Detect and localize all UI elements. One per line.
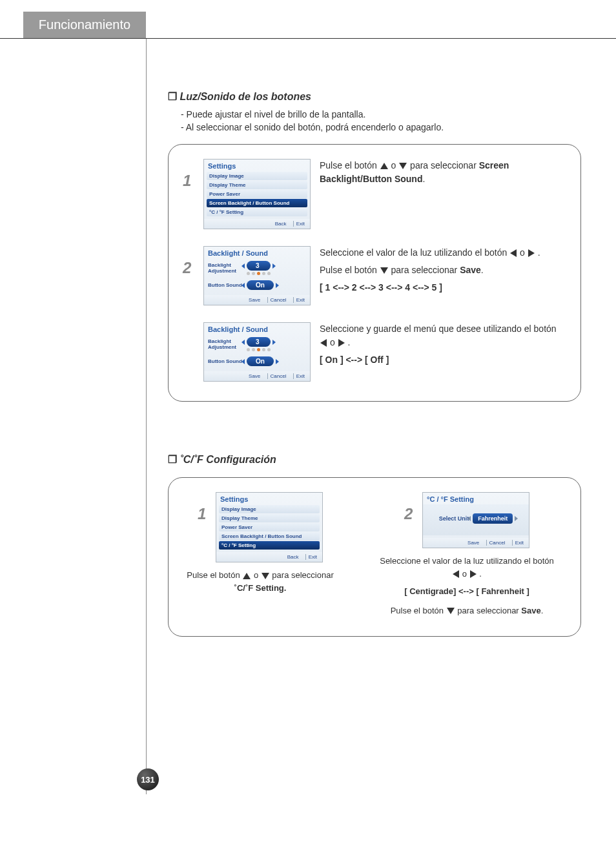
button-sound-row: Button Sound On <box>204 354 310 369</box>
triangle-down-icon <box>447 608 455 614</box>
screenshot-cf-setting: °C / °F Setting Select Unit Fahrenheit S… <box>422 492 529 548</box>
vertical-divider <box>146 39 147 794</box>
value-pill: Fahrenheit <box>473 513 513 524</box>
label: Backlight Adjustment <box>208 262 243 274</box>
step-3: Backlight / Sound Backlight Adjustment 3… <box>183 322 566 382</box>
menu-item: Power Saver <box>207 190 307 198</box>
value-pill: On <box>247 280 274 290</box>
text: . <box>347 337 350 347</box>
section-title-backlight: Luz/Sonido de los botones <box>168 90 581 103</box>
label: Backlight Adjustment <box>208 338 243 350</box>
text: o <box>391 160 399 170</box>
menu-item: °C / °F Setting <box>207 208 307 216</box>
section-title-cf: ˚C/˚F Configuración <box>168 453 581 466</box>
screenshot-backlight-2: Backlight / Sound Backlight Adjustment 3… <box>203 322 311 382</box>
text: para seleccionar <box>410 160 479 170</box>
screen-title: Backlight / Sound <box>204 323 310 335</box>
step-number: 2 <box>183 259 194 277</box>
cf-step-1: 1 Settings Display Image Display Theme P… <box>183 492 338 594</box>
screen-title: °C / °F Setting <box>423 493 529 504</box>
step-number: 1 <box>183 172 194 190</box>
triangle-up-icon <box>243 573 251 579</box>
select-unit-row: Select Unit Fahrenheit <box>423 504 529 535</box>
section-cf: ˚C/˚F Configuración 1 Settings Display I… <box>168 453 581 637</box>
footer-exit: Exit <box>305 554 317 560</box>
dots-indicator <box>247 348 271 351</box>
panel-cf: 1 Settings Display Image Display Theme P… <box>168 477 581 637</box>
text: Pulse el botón <box>320 160 380 170</box>
panel-backlight: 1 Settings Display Image Display Theme P… <box>168 144 581 402</box>
text: . <box>538 247 540 258</box>
screenshot-settings-1: Settings Display Image Display Theme Pow… <box>203 159 311 229</box>
triangle-down-icon <box>262 573 269 579</box>
text: o <box>520 247 528 258</box>
menu-item: Screen Backlight / Button Sound <box>219 532 320 540</box>
triangle-left-icon <box>320 339 327 347</box>
menu-item-selected: Screen Backlight / Button Sound <box>207 199 307 207</box>
screen-footer: Back Exit <box>204 219 310 229</box>
screen-title: Backlight / Sound <box>204 247 310 258</box>
text: para seleccionar <box>272 570 333 580</box>
text: Pulse el botón <box>320 265 380 275</box>
button-sound-row: Button Sound On <box>204 278 310 293</box>
text: Seleccione y guarde el menú que desee ut… <box>320 324 557 334</box>
header-tab: Funcionamiento <box>23 12 146 38</box>
text: Pulse el botón <box>187 570 242 580</box>
backlight-row: Backlight Adjustment 3 <box>204 258 310 278</box>
step-text: Seleccione y guarde el menú que desee ut… <box>320 322 566 371</box>
horizontal-steps: 1 Settings Display Image Display Theme P… <box>183 492 566 617</box>
label: Select Unit <box>439 515 469 522</box>
dots-indicator <box>247 272 271 275</box>
footer-save: Save <box>249 373 260 379</box>
footer-exit: Exit <box>293 221 305 227</box>
triangle-down-icon <box>380 267 388 274</box>
sequence-text: [ 1 <--> 2 <--> 3 <--> 4 <--> 5 ] <box>320 281 566 294</box>
screen-title: Settings <box>216 493 322 504</box>
text-bold: Save <box>460 265 481 275</box>
step-2: 2 Backlight / Sound Backlight Adjustment… <box>183 246 566 305</box>
text: . <box>541 606 544 615</box>
cf-step-2: 2 °C / °F Setting Select Unit Fahrenheit… <box>376 492 557 617</box>
text: para seleccionar <box>457 606 521 615</box>
text-bold: ˚C/˚F Setting. <box>234 583 287 593</box>
footer-exit: Exit <box>293 373 305 379</box>
screen-footer: Save Cancel Exit <box>423 538 529 548</box>
footer-exit: Exit <box>512 540 524 546</box>
menu-item: Display Theme <box>219 514 320 522</box>
page-number-badge: 131 <box>137 768 159 790</box>
text: o <box>254 570 261 580</box>
footer-cancel: Cancel <box>486 540 506 546</box>
text: . <box>481 265 484 275</box>
screen-title: Settings <box>204 160 310 171</box>
text: . <box>422 174 425 184</box>
text: . <box>479 569 482 579</box>
menu-item: Display Image <box>207 172 307 180</box>
step-1: 1 Settings Display Image Display Theme P… <box>183 159 566 229</box>
sequence-text: [ On ] <--> [ Off ] <box>320 353 566 367</box>
triangle-down-icon <box>399 163 407 169</box>
cf-text-1: Pulse el botón o para seleccionar ˚C/˚F … <box>187 569 334 594</box>
text: o <box>462 569 469 579</box>
sequence-text: [ Centigrade] <--> [ Fahrenheit ] <box>376 585 557 598</box>
triangle-up-icon <box>380 163 388 169</box>
footer-back: Back <box>275 221 287 227</box>
step-text: Seleccione el valor de la luz utilizando… <box>320 246 566 298</box>
intro-line-2: - Al seleccionar el sonido del botón, po… <box>181 122 581 132</box>
value-pill: 3 <box>247 337 271 347</box>
backlight-row: Backlight Adjustment 3 <box>204 335 310 354</box>
screenshot-backlight-1: Backlight / Sound Backlight Adjustment 3… <box>203 246 311 305</box>
screen-footer: Save Cancel Exit <box>204 295 310 305</box>
main-content: Luz/Sonido de los botones - Puede ajusta… <box>168 90 581 637</box>
step-text: Pulse el botón o para seleccionar Screen… <box>320 159 566 190</box>
text: Seleccione el valor de la luz utilizando… <box>320 247 509 258</box>
footer-back: Back <box>287 554 299 560</box>
step-number: 1 <box>198 505 209 523</box>
menu-item: Display Image <box>219 505 320 513</box>
menu-item: Display Theme <box>207 181 307 189</box>
value-pill: 3 <box>247 261 271 271</box>
screen-footer: Back Exit <box>216 552 322 562</box>
triangle-left-icon <box>453 570 459 578</box>
triangle-right-icon <box>528 249 535 257</box>
menu-item-selected: °C / °F Setting <box>219 541 320 550</box>
footer-cancel: Cancel <box>267 297 287 303</box>
